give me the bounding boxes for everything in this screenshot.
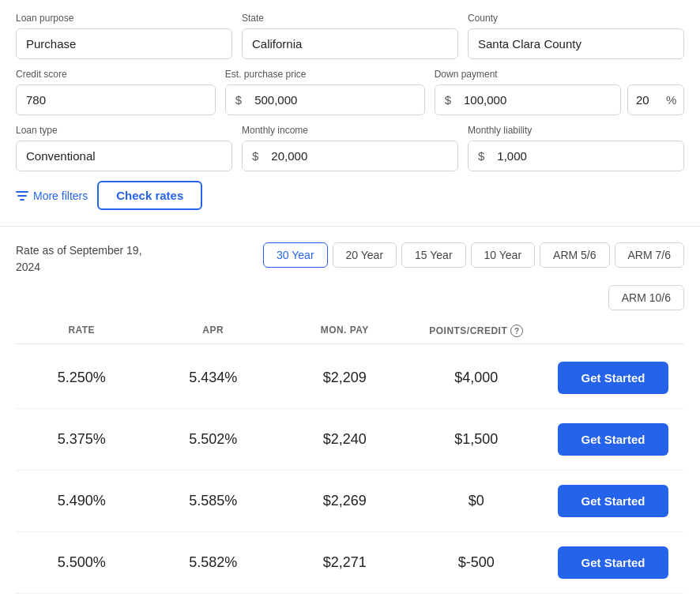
filters-row: More filters Check rates xyxy=(16,181,684,210)
loan-purpose-label: Loan purpose xyxy=(16,13,232,24)
term-tabs: 30 Year 20 Year 15 Year 10 Year ARM 5/6 … xyxy=(263,242,684,268)
cell-action: Get Started xyxy=(542,362,684,394)
cell-apr: 5.502% xyxy=(148,431,280,448)
monthly-liability-input[interactable] xyxy=(491,141,683,171)
cell-rate: 5.490% xyxy=(16,493,148,509)
header-action xyxy=(542,325,684,337)
cell-apr: 5.585% xyxy=(148,493,280,509)
cell-action: Get Started xyxy=(542,485,684,517)
credit-score-label: Credit score xyxy=(16,69,216,80)
table-row: 5.490% 5.585% $2,269 $0 Get Started xyxy=(16,471,684,532)
est-purchase-price-field: $ xyxy=(225,84,425,115)
cell-action: Get Started xyxy=(542,546,684,579)
loan-purpose-input[interactable] xyxy=(16,28,232,59)
loan-type-group: Loan type xyxy=(16,125,232,171)
cell-apr: 5.434% xyxy=(148,370,280,386)
cell-rate: 5.500% xyxy=(16,554,148,571)
down-payment-field: $ xyxy=(435,84,621,115)
cell-mon-pay: $2,240 xyxy=(279,431,411,448)
form-row-2: Credit score Est. purchase price $ Down … xyxy=(16,69,684,115)
down-payment-prefix: $ xyxy=(435,85,457,114)
tab-10-year[interactable]: 10 Year xyxy=(471,242,536,268)
tab-arm-5-6[interactable]: ARM 5/6 xyxy=(540,242,609,268)
cell-points-credit: $4,000 xyxy=(411,370,543,386)
check-rates-button[interactable]: Check rates xyxy=(97,181,202,210)
state-group: State xyxy=(242,13,458,59)
points-credit-info-icon[interactable]: ? xyxy=(510,325,523,337)
monthly-income-input[interactable] xyxy=(265,141,457,171)
loan-type-input[interactable] xyxy=(16,141,232,171)
form-section: Loan purpose State County Credit score E… xyxy=(0,0,700,227)
cell-mon-pay: $2,209 xyxy=(279,370,411,386)
county-input[interactable] xyxy=(468,28,684,59)
cell-action: Get Started xyxy=(542,423,684,456)
est-purchase-price-prefix: $ xyxy=(226,85,248,114)
get-started-button[interactable]: Get Started xyxy=(558,546,668,579)
rate-header: Rate as of September 19,2024 30 Year 20 … xyxy=(16,227,684,285)
county-label: County xyxy=(468,13,684,24)
est-purchase-price-group: Est. purchase price $ xyxy=(225,69,425,115)
header-rate: RATE xyxy=(16,325,148,337)
percent-suffix: % xyxy=(666,85,683,114)
monthly-liability-field: $ xyxy=(468,141,684,171)
cell-mon-pay: $2,269 xyxy=(279,493,411,509)
cell-rate: 5.250% xyxy=(16,370,148,386)
extra-tabs: ARM 10/6 xyxy=(16,285,684,310)
credit-score-input[interactable] xyxy=(16,84,216,115)
header-points-credit: POINTS/CREDIT ? xyxy=(411,325,543,337)
monthly-liability-prefix: $ xyxy=(469,141,491,171)
down-payment-input[interactable] xyxy=(457,85,620,114)
est-purchase-price-input[interactable] xyxy=(248,85,423,114)
table-row: 5.500% 5.582% $2,271 $-500 Get Started xyxy=(16,532,684,594)
table-rows: 5.250% 5.434% $2,209 $4,000 Get Started … xyxy=(16,347,684,594)
form-row-1: Loan purpose State County xyxy=(16,13,684,59)
more-filters-button[interactable]: More filters xyxy=(16,186,88,205)
county-group: County xyxy=(468,13,684,59)
tab-30-year[interactable]: 30 Year xyxy=(263,242,328,268)
get-started-button[interactable]: Get Started xyxy=(558,485,668,517)
cell-points-credit: $1,500 xyxy=(411,431,543,448)
results-section: Rate as of September 19,2024 30 Year 20 … xyxy=(0,227,700,594)
table-row: 5.250% 5.434% $2,209 $4,000 Get Started xyxy=(16,347,684,409)
tab-15-year[interactable]: 15 Year xyxy=(401,242,466,268)
down-payment-percent-input[interactable] xyxy=(628,85,666,114)
table-row: 5.375% 5.502% $2,240 $1,500 Get Started xyxy=(16,409,684,471)
monthly-income-group: Monthly income $ xyxy=(242,125,458,171)
down-payment-row: $ % xyxy=(435,84,684,115)
table-header: RATE APR MON. PAY POINTS/CREDIT ? xyxy=(16,318,684,344)
header-apr: APR xyxy=(148,325,280,337)
monthly-income-field: $ xyxy=(242,141,458,171)
monthly-liability-label: Monthly liability xyxy=(468,125,684,136)
rate-date: Rate as of September 19,2024 xyxy=(16,242,142,276)
tab-arm-7-6[interactable]: ARM 7/6 xyxy=(615,242,684,268)
tab-20-year[interactable]: 20 Year xyxy=(333,242,397,268)
cell-mon-pay: $2,271 xyxy=(279,554,411,571)
more-filters-label: More filters xyxy=(33,190,88,202)
monthly-income-label: Monthly income xyxy=(242,125,458,136)
tab-arm-10-6[interactable]: ARM 10/6 xyxy=(608,285,684,310)
monthly-liability-group: Monthly liability $ xyxy=(468,125,684,171)
down-payment-percent-field: % xyxy=(627,84,684,115)
monthly-income-prefix: $ xyxy=(243,141,265,171)
loan-type-label: Loan type xyxy=(16,125,232,136)
cell-apr: 5.582% xyxy=(148,554,280,571)
header-mon-pay: MON. PAY xyxy=(279,325,411,337)
get-started-button[interactable]: Get Started xyxy=(558,423,668,456)
loan-purpose-group: Loan purpose xyxy=(16,13,232,59)
est-purchase-price-label: Est. purchase price xyxy=(225,69,425,80)
form-row-3: Loan type Monthly income $ Monthly liabi… xyxy=(16,125,684,171)
cell-rate: 5.375% xyxy=(16,431,148,448)
state-label: State xyxy=(242,13,458,24)
down-payment-label: Down payment xyxy=(435,69,684,80)
state-input[interactable] xyxy=(242,28,458,59)
cell-points-credit: $0 xyxy=(411,493,543,509)
credit-score-group: Credit score xyxy=(16,69,216,115)
filter-icon xyxy=(16,191,28,201)
cell-points-credit: $-500 xyxy=(411,554,543,571)
get-started-button[interactable]: Get Started xyxy=(558,362,668,394)
down-payment-group: Down payment $ % xyxy=(435,69,684,115)
